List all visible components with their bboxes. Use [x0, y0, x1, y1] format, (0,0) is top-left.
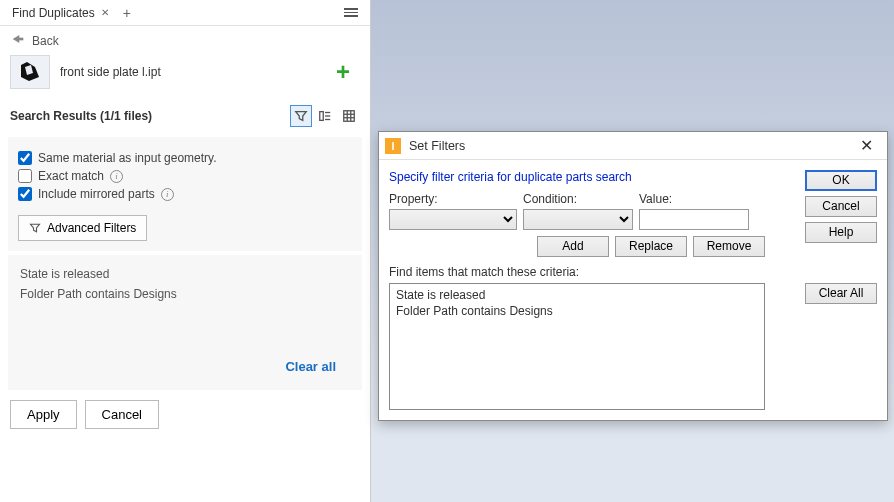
list-item[interactable]: State is released — [396, 288, 758, 304]
check-exact-match[interactable]: Exact match i — [18, 169, 352, 183]
replace-button[interactable]: Replace — [615, 236, 687, 257]
cancel-button[interactable]: Cancel — [805, 196, 877, 217]
criteria-display: State is released Folder Path contains D… — [8, 255, 362, 390]
check-label: Same material as input geometry. — [38, 151, 217, 165]
tab-label: Find Duplicates — [12, 6, 95, 20]
dialog-body: Specify filter criteria for duplicate pa… — [379, 160, 887, 420]
footer-buttons: Apply Cancel — [0, 390, 370, 439]
close-icon[interactable]: ✕ — [101, 7, 109, 18]
property-select[interactable] — [389, 209, 517, 230]
add-file-button[interactable]: + — [336, 58, 350, 86]
ok-button[interactable]: OK — [805, 170, 877, 191]
add-button[interactable]: Add — [537, 236, 609, 257]
help-button[interactable]: Help — [805, 222, 877, 243]
hamburger-icon — [344, 8, 358, 17]
remove-button[interactable]: Remove — [693, 236, 765, 257]
advanced-filters-button[interactable]: Advanced Filters — [18, 215, 147, 241]
list-item[interactable]: Folder Path contains Designs — [396, 304, 758, 320]
svg-rect-5 — [344, 111, 355, 122]
file-name: front side plate l.ipt — [60, 65, 161, 79]
set-filters-dialog: I Set Filters ✕ Specify filter criteria … — [378, 131, 888, 421]
menu-button[interactable] — [336, 4, 366, 21]
add-tab-button[interactable]: + — [117, 3, 137, 23]
tab-find-duplicates[interactable]: Find Duplicates ✕ — [4, 2, 117, 24]
results-header: Search Results (1/1 files) — [0, 99, 370, 133]
check-same-material[interactable]: Same material as input geometry. — [18, 151, 352, 165]
apply-button[interactable]: Apply — [10, 400, 77, 429]
clear-all-button[interactable]: Clear All — [805, 283, 877, 304]
criteria-listbox[interactable]: State is released Folder Path contains D… — [389, 283, 765, 410]
check-include-mirrored[interactable]: Include mirrored parts i — [18, 187, 352, 201]
dialog-side-buttons: OK Cancel Help Clear All — [805, 170, 877, 410]
svg-rect-1 — [320, 112, 324, 121]
close-icon[interactable]: ✕ — [852, 134, 881, 157]
left-panel: Find Duplicates ✕ + Back front side plat… — [0, 0, 371, 502]
card-view-button[interactable] — [314, 105, 336, 127]
criteria-line: State is released — [20, 267, 350, 281]
info-icon[interactable]: i — [110, 170, 123, 183]
dialog-title: Set Filters — [409, 139, 465, 153]
cancel-button[interactable]: Cancel — [85, 400, 159, 429]
view-buttons — [290, 105, 360, 127]
condition-select[interactable] — [523, 209, 633, 230]
file-thumbnail[interactable] — [10, 55, 50, 89]
dialog-fields: Property: Condition: Value: — [389, 192, 795, 230]
value-label: Value: — [639, 192, 749, 206]
dialog-main: Specify filter criteria for duplicate pa… — [389, 170, 795, 410]
property-label: Property: — [389, 192, 517, 206]
advanced-filters-label: Advanced Filters — [47, 221, 136, 235]
info-icon[interactable]: i — [161, 188, 174, 201]
file-row: front side plate l.ipt + — [0, 53, 370, 99]
grid-view-button[interactable] — [338, 105, 360, 127]
clear-all-link[interactable]: Clear all — [285, 359, 336, 374]
check-label: Exact match — [38, 169, 104, 183]
back-button[interactable]: Back — [0, 26, 370, 53]
dialog-instruction: Specify filter criteria for duplicate pa… — [389, 170, 795, 184]
app-icon: I — [385, 138, 401, 154]
svg-rect-0 — [17, 38, 24, 41]
back-arrow-icon — [10, 32, 26, 49]
criteria-line: Folder Path contains Designs — [20, 287, 350, 301]
criteria-buttons: Add Replace Remove — [389, 236, 795, 257]
filter-view-button[interactable] — [290, 105, 312, 127]
filter-options: Same material as input geometry. Exact m… — [8, 137, 362, 251]
check-label: Include mirrored parts — [38, 187, 155, 201]
checkbox-include-mirrored[interactable] — [18, 187, 32, 201]
condition-label: Condition: — [523, 192, 633, 206]
value-input[interactable] — [639, 209, 749, 230]
checkbox-exact-match[interactable] — [18, 169, 32, 183]
checkbox-same-material[interactable] — [18, 151, 32, 165]
results-title: Search Results (1/1 files) — [10, 109, 152, 123]
back-label: Back — [32, 34, 59, 48]
dialog-titlebar[interactable]: I Set Filters ✕ — [379, 132, 887, 160]
tab-bar: Find Duplicates ✕ + — [0, 0, 370, 26]
find-items-label: Find items that match these criteria: — [389, 265, 795, 279]
